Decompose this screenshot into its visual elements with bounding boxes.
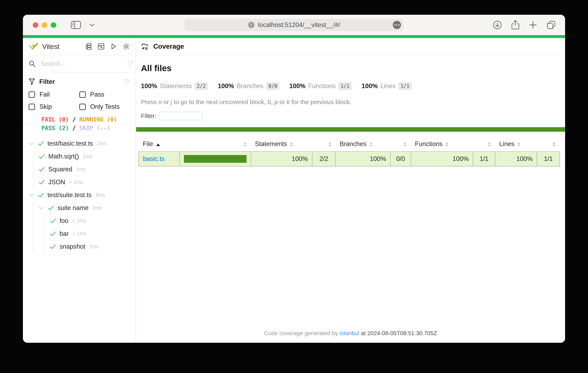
sort-functions-header[interactable]: Functions <box>411 137 473 152</box>
search-icon <box>29 60 36 67</box>
url-text: localhost:51204/__vitest__/#/ <box>258 21 340 29</box>
tree-item-test[interactable]: snapshot 1ms <box>50 240 134 253</box>
page-title: Coverage <box>153 42 184 50</box>
running-count: RUNNING (0) <box>79 116 117 123</box>
divider <box>85 21 85 30</box>
fail-count: FAIL (0) <box>41 116 69 123</box>
test-duration: 3ms <box>95 192 105 198</box>
share-icon[interactable] <box>511 20 520 30</box>
chevron-down-icon[interactable] <box>29 192 34 198</box>
chevron-down-icon[interactable] <box>39 205 44 211</box>
window-controls <box>33 22 56 28</box>
search-input[interactable] <box>40 60 123 68</box>
checkbox-unchecked[interactable] <box>29 104 35 110</box>
functions-pct-cell: 100% <box>411 152 473 166</box>
filter-checkbox-only-tests[interactable]: Only Tests <box>79 103 130 110</box>
funnel-icon <box>29 78 35 85</box>
run-all-icon[interactable] <box>110 43 117 50</box>
checkbox-unchecked[interactable] <box>79 91 86 98</box>
vitest-sidebar: Vitest <box>23 38 136 343</box>
theme-toggle-sun-icon[interactable] <box>123 43 130 50</box>
sort-statements-header[interactable]: Statements <box>251 137 312 152</box>
clear-filter-icon[interactable] <box>123 79 130 85</box>
sort-bar-header[interactable] <box>180 137 251 152</box>
sort-icon <box>552 142 556 147</box>
sort-lines-header[interactable]: Lines <box>495 137 537 152</box>
browser-window: localhost:51204/__vitest__/#/ <box>23 15 565 343</box>
tree-item-test[interactable]: bar < 1ms <box>50 227 134 240</box>
tree-item-test[interactable]: Math.sqrt() 1ms <box>39 150 134 163</box>
dashboard-tree-icon[interactable] <box>85 43 92 50</box>
progress-line <box>23 35 565 38</box>
coverage-report-icon[interactable] <box>98 43 105 50</box>
check-icon <box>38 192 44 198</box>
coverage-folder-icon <box>141 43 149 50</box>
check-icon <box>50 244 56 250</box>
sort-lines-ratio-header[interactable] <box>537 137 560 152</box>
sort-file-header[interactable]: File <box>139 137 180 152</box>
filter-checkbox-skip[interactable]: Skip <box>29 103 79 110</box>
tree-item-suite-test-file[interactable]: test/suite.test.ts 3ms <box>29 188 134 201</box>
address-bar[interactable]: localhost:51204/__vitest__/#/ <box>185 19 403 31</box>
tree-item-test[interactable]: Squared 1ms <box>39 163 134 176</box>
close-window-button[interactable] <box>33 22 38 28</box>
tree-item-test[interactable]: foo < 1ms <box>50 214 134 227</box>
sort-icon <box>517 142 521 147</box>
filter-section: Filter Fail Pass <box>23 73 136 112</box>
coverage-summary: 100% Statements 2/2 100% Branches 0/0 10… <box>141 82 560 90</box>
sort-statements-ratio-header[interactable] <box>312 137 336 152</box>
overall-coverage-bar <box>136 127 565 132</box>
filter-checkbox-fail[interactable]: Fail <box>29 91 79 98</box>
skip-count: SKIP (--) <box>79 125 110 132</box>
ratio-badge: 1/1 <box>338 82 352 90</box>
minimize-window-button[interactable] <box>42 22 47 28</box>
pass-count: PASS (2) <box>41 125 69 132</box>
statements-pct-cell: 100% <box>251 152 312 166</box>
coverage-filter-input[interactable] <box>159 112 202 120</box>
clear-search-filter-icon[interactable] <box>127 61 134 67</box>
test-duration: 2ms <box>93 205 102 211</box>
coverage-heading: All files <box>141 63 560 73</box>
tree-item-test[interactable]: JSON < 1ms <box>39 176 134 188</box>
tree-item-basic-test-file[interactable]: test/basic.test.ts 2ms <box>29 137 134 150</box>
vitest-logo <box>29 42 38 51</box>
sidebar-chevron-down-icon[interactable] <box>89 23 95 27</box>
ratio-badge: 0/0 <box>266 82 280 90</box>
page-settings-button[interactable] <box>393 21 401 29</box>
sort-icon <box>290 142 293 147</box>
new-tab-icon[interactable] <box>529 21 537 29</box>
filter-checkbox-pass[interactable]: Pass <box>79 91 130 98</box>
table-row: basic.ts 100% 2/2 100% 0/0 100% 1/ <box>139 152 560 166</box>
check-icon <box>50 231 56 237</box>
browser-toolbar: localhost:51204/__vitest__/#/ <box>23 15 565 35</box>
statements-ratio-cell: 2/2 <box>312 152 336 166</box>
checkbox-unchecked[interactable] <box>29 91 35 98</box>
sort-functions-ratio-header[interactable] <box>473 137 495 152</box>
check-icon <box>39 153 45 159</box>
sort-ascending-icon <box>156 144 160 146</box>
sort-icon <box>243 142 247 147</box>
sort-icon <box>403 142 407 147</box>
test-duration: 1ms <box>89 244 99 249</box>
istanbul-link[interactable]: istanbul <box>340 330 359 336</box>
sort-icon <box>369 142 373 147</box>
zoom-window-button[interactable] <box>51 22 56 28</box>
sort-branches-ratio-header[interactable] <box>390 137 411 152</box>
file-link[interactable]: basic.ts <box>143 155 165 162</box>
sort-icon <box>445 142 449 147</box>
downloads-icon[interactable] <box>493 20 502 30</box>
test-duration: < 1ms <box>69 179 83 185</box>
coverage-table: File Statements Branches <box>138 137 560 166</box>
chevron-down-icon[interactable] <box>29 141 34 146</box>
file-coverage-bar <box>184 155 247 163</box>
toggle-sidebar-icon[interactable] <box>71 21 81 29</box>
statements-summary: 100% Statements 2/2 <box>141 82 208 90</box>
sort-branches-header[interactable]: Branches <box>336 137 390 152</box>
tree-item-suite[interactable]: suite name 2ms <box>39 201 134 214</box>
checkbox-unchecked[interactable] <box>79 104 86 110</box>
coverage-footer: Code coverage generated by istanbul at 2… <box>136 330 565 343</box>
branches-ratio-cell: 0/0 <box>390 152 411 166</box>
lines-pct-cell: 100% <box>495 152 537 166</box>
app-title: Vitest <box>42 42 59 51</box>
tab-overview-icon[interactable] <box>546 20 556 30</box>
